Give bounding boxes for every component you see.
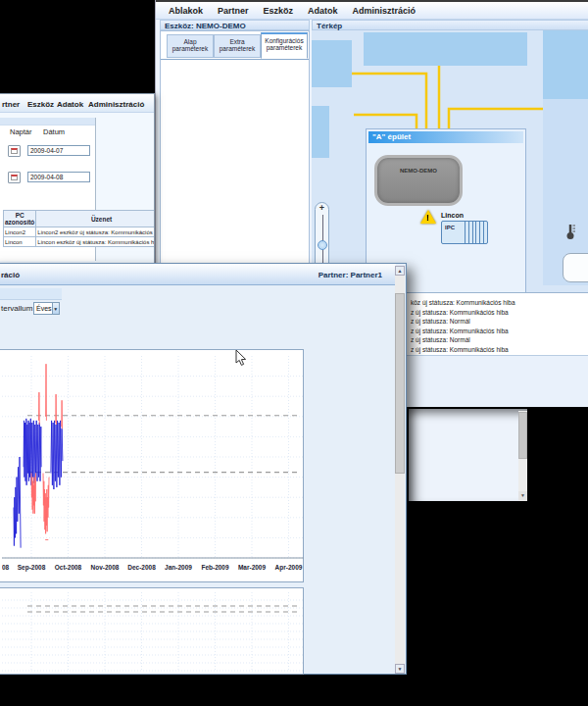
menu-adatok[interactable]: Adatok <box>308 6 338 16</box>
interval-value: Éves <box>34 303 52 314</box>
secondary-chart-panel <box>0 587 304 675</box>
menu-fragment[interactable]: ráció <box>1 271 20 279</box>
chart-window-titlebar: ráció Partner: Partner1 <box>0 264 396 285</box>
svg-text:Dec-2008: Dec-2008 <box>127 564 156 571</box>
calendar-picker-button[interactable] <box>8 172 21 183</box>
ipc-stripes <box>462 222 487 243</box>
map-action-button[interactable] <box>563 253 588 282</box>
svg-text:Mar-2009: Mar-2009 <box>238 564 267 571</box>
map-panel-title: Térkép <box>312 20 588 30</box>
partner-label: Partner: Partner1 <box>318 271 382 279</box>
map-panel: "A" épület NEMO-DEMO Lincon IPC + <box>312 30 588 292</box>
zoom-slider-thumb[interactable] <box>318 240 327 250</box>
fragment-scrollbar[interactable]: ▼ <box>518 411 527 501</box>
cell-pc-id: Lincon <box>4 237 36 247</box>
column-header-uzenet: Üzenet <box>36 211 155 227</box>
calendar-picker-button[interactable] <box>8 145 21 157</box>
lincon-label: Lincon <box>441 212 464 219</box>
zoom-in-icon[interactable]: + <box>316 203 328 213</box>
chart-subpanel-header <box>0 288 62 300</box>
status-message: z új státusza: Normál <box>411 317 588 327</box>
chart-window: ráció Partner: Partner1 tervallum Éves ▼… <box>0 263 407 675</box>
date-to-input[interactable] <box>27 172 90 182</box>
background-window-fragment: ▼ <box>409 409 527 501</box>
naptar-column-label: Naptár <box>10 127 32 136</box>
status-message: z új státusza: Normál <box>411 335 588 345</box>
svg-text:Jan-2009: Jan-2009 <box>165 564 192 571</box>
datum-column-label: Dátum <box>43 127 65 136</box>
scroll-down-icon[interactable]: ▼ <box>518 491 527 500</box>
svg-text:Apr-2009: Apr-2009 <box>275 564 303 572</box>
interval-select[interactable]: Éves ▼ <box>33 302 60 315</box>
tab-alap-parameterek[interactable]: Alap paraméterek <box>167 34 214 58</box>
thermometer-icon[interactable] <box>564 223 576 240</box>
ipc-label: IPC <box>442 222 462 243</box>
primary-chart-panel: Aug-2008Sep-2008Oct-2008Nov-2008Dec-2008… <box>0 349 304 582</box>
cell-message: Lincon eszköz új státusza: Kommunikációs… <box>36 237 155 247</box>
main-menubar: Ablakok Partner Eszköz Adatok Adminisztr… <box>156 2 588 20</box>
menu-adatok[interactable]: Adatok <box>57 100 83 109</box>
date-from-input[interactable] <box>27 145 90 156</box>
menu-partner[interactable]: Partner <box>218 6 249 16</box>
warning-icon <box>420 210 436 224</box>
chevron-down-icon[interactable]: ▼ <box>52 303 59 314</box>
tab-extra-parameterek[interactable]: Extra paraméterek <box>214 34 261 58</box>
column-header-pc-azonosito: PC azonosító <box>4 211 36 227</box>
status-message: z új státusza: Kommunikációs hiba <box>411 345 588 355</box>
device-panel-title: Eszköz: NEMO-DEMO <box>160 20 310 30</box>
cell-message: Lincon2 eszköz új státusza: Kommunikáció… <box>36 227 155 237</box>
secondary-chart <box>2 592 304 675</box>
status-chart: Aug-2008Sep-2008Oct-2008Nov-2008Dec-2008… <box>2 356 304 581</box>
table-row[interactable]: Lincon2 Lincon2 eszköz új státusza: Komm… <box>4 227 156 237</box>
scrollbar-thumb[interactable] <box>518 412 527 459</box>
menu-ablakok[interactable]: Ablakok <box>169 6 203 16</box>
menu-partner-fragment[interactable]: rtner <box>2 100 20 109</box>
svg-text:Sep-2008: Sep-2008 <box>18 564 46 572</box>
scroll-down-icon[interactable]: ▼ <box>395 664 405 674</box>
lincon-device[interactable]: IPC <box>441 221 488 244</box>
status-message: z új státusza: Kommunikációs hiba <box>411 327 588 336</box>
svg-text:Nov-2008: Nov-2008 <box>91 564 120 571</box>
menu-adminisztracio[interactable]: Adminisztráció <box>353 6 416 16</box>
table-row[interactable]: Lincon Lincon eszköz új státusza: Kommun… <box>4 237 156 247</box>
event-table: PC azonosító Üzenet Lincon2 Lincon2 eszk… <box>3 210 155 247</box>
mouse-cursor <box>235 350 247 368</box>
device-tabstrip: Alap paraméterek Extra paraméterek Konfi… <box>167 34 308 59</box>
nemo-demo-device[interactable]: NEMO-DEMO <box>374 155 463 206</box>
menu-adminisztracio[interactable]: Adminisztráció <box>88 100 144 109</box>
tab-divider <box>161 59 309 60</box>
svg-text:Feb-2009: Feb-2009 <box>201 564 229 571</box>
scroll-up-icon[interactable]: ▲ <box>395 266 405 276</box>
date-panel-header <box>0 118 95 126</box>
svg-text:Aug-2008: Aug-2008 <box>2 564 10 572</box>
calendar-menubar: rtner Eszköz Adatok Adminisztráció <box>0 94 154 113</box>
desktop: Ablakok Partner Eszköz Adatok Adminisztr… <box>0 0 588 706</box>
interval-label: tervallum <box>1 304 32 313</box>
status-message: köz új státusza: Kommunikációs hiba <box>411 298 588 308</box>
cell-pc-id: Lincon2 <box>4 227 36 237</box>
menu-eszkoz[interactable]: Eszköz <box>264 6 294 16</box>
tab-konfiguracios-parameterek[interactable]: Konfigurációs paraméterek <box>261 32 308 59</box>
svg-text:Oct-2008: Oct-2008 <box>55 564 82 571</box>
status-message: z új státusza: Kommunikációs hiba <box>411 308 588 318</box>
calendar-window: rtner Eszköz Adatok Adminisztráció Naptá… <box>0 93 155 265</box>
scrollbar-thumb[interactable] <box>395 293 405 474</box>
nemo-demo-label: NEMO-DEMO <box>377 168 460 174</box>
menu-eszkoz[interactable]: Eszköz <box>27 100 54 109</box>
building-a-title: "A" épület <box>368 131 523 143</box>
chart-window-scrollbar[interactable]: ▲ ▼ <box>395 266 405 674</box>
